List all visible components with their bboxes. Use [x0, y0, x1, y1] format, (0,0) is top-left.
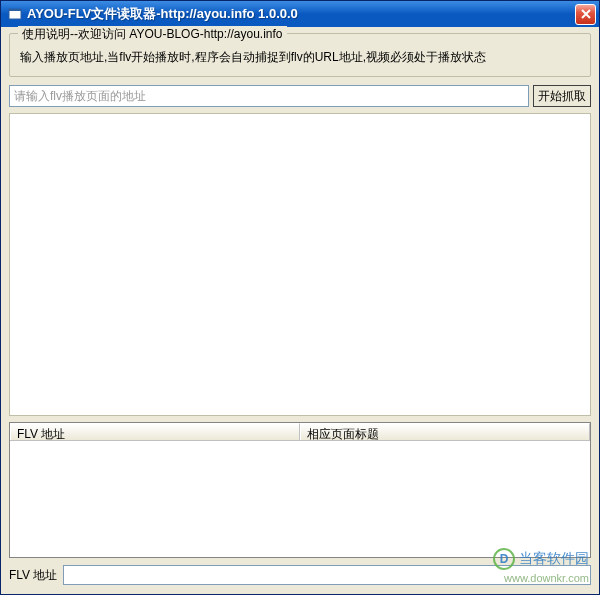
instructions-groupbox: 使用说明--欢迎访问 AYOU-BLOG-http://ayou.info 输入…: [9, 33, 591, 77]
browser-panel[interactable]: [9, 113, 591, 416]
flv-url-label: FLV 地址: [9, 567, 57, 584]
app-window: AYOU-FLV文件读取器-http://ayou.info 1.0.0.0 使…: [0, 0, 600, 595]
url-input[interactable]: [9, 85, 529, 107]
instruction-text: 输入播放页地址,当flv开始播放时,程序会自动捕捉到flv的URL地址,视频必须…: [20, 48, 580, 66]
svg-rect-1: [9, 9, 21, 11]
column-page-title[interactable]: 相应页面标题: [300, 423, 590, 440]
listview-body[interactable]: [10, 441, 590, 557]
flv-url-output[interactable]: [63, 565, 591, 585]
window-title: AYOU-FLV文件读取器-http://ayou.info 1.0.0.0: [27, 5, 575, 23]
titlebar[interactable]: AYOU-FLV文件读取器-http://ayou.info 1.0.0.0: [1, 1, 599, 27]
bottom-row: FLV 地址: [9, 564, 591, 586]
app-icon: [7, 6, 23, 22]
groupbox-title: 使用说明--欢迎访问 AYOU-BLOG-http://ayou.info: [18, 26, 287, 43]
input-row: 开始抓取: [9, 85, 591, 107]
client-area: 使用说明--欢迎访问 AYOU-BLOG-http://ayou.info 输入…: [1, 27, 599, 594]
listview-header: FLV 地址 相应页面标题: [10, 423, 590, 441]
close-button[interactable]: [575, 4, 596, 25]
results-listview[interactable]: FLV 地址 相应页面标题: [9, 422, 591, 558]
capture-button[interactable]: 开始抓取: [533, 85, 591, 107]
column-flv-url[interactable]: FLV 地址: [10, 423, 300, 440]
